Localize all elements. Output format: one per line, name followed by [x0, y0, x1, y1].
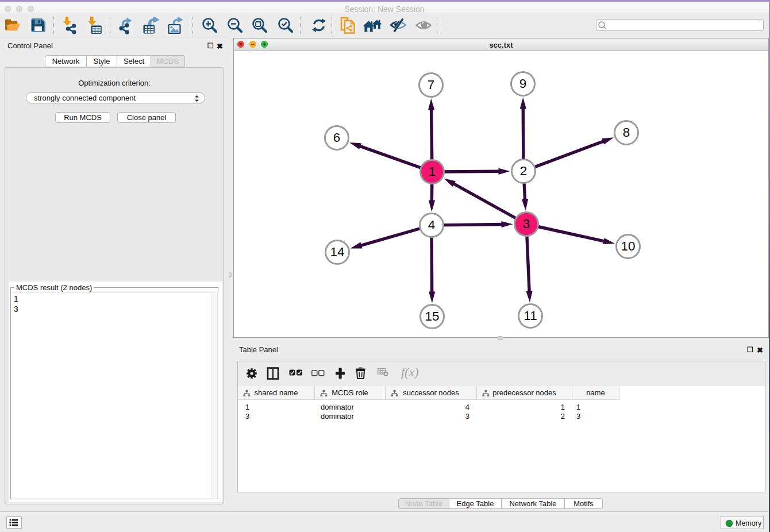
svg-text:1: 1 [429, 164, 436, 179]
svg-text:2: 2 [520, 164, 528, 178]
svg-text:14: 14 [330, 245, 344, 259]
svg-text:6: 6 [333, 130, 341, 145]
svg-text:10: 10 [621, 239, 635, 253]
svg-text:4: 4 [428, 218, 436, 232]
svg-text:3: 3 [523, 217, 530, 231]
svg-text:7: 7 [428, 78, 435, 92]
svg-text:15: 15 [425, 309, 439, 323]
svg-text:9: 9 [519, 76, 527, 91]
svg-text:8: 8 [623, 125, 630, 140]
svg-text:11: 11 [523, 309, 537, 323]
